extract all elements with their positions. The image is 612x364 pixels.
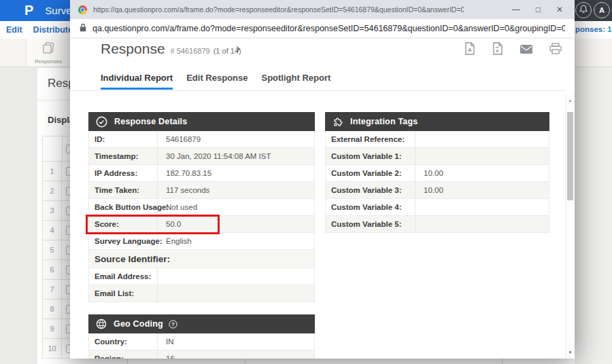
row-label: Custom Variable 1:: [326, 148, 415, 164]
response-editor-window: https://qa.questionpro.com/a/frame.do?mo…: [70, 0, 575, 359]
row-label: IP Address:: [89, 165, 158, 181]
source-identifier-header: Source Identifier:: [88, 250, 315, 268]
row-value: 16: [158, 350, 314, 359]
response-title: Response: [101, 41, 165, 57]
row-number: 4: [43, 221, 62, 240]
table-row: Time Taken: 117 seconds: [88, 182, 315, 199]
tab[interactable]: Spotlight Report: [261, 73, 330, 90]
row-value: 10.00: [415, 165, 549, 181]
scroll-up-arrow[interactable]: ▴: [566, 98, 575, 103]
panel-title: Integration Tags: [350, 117, 418, 126]
scrollbar-thumb[interactable]: [567, 112, 573, 200]
geo-coding-table: Country: IN Region: 16: [88, 333, 315, 359]
row-value: IN: [158, 333, 314, 350]
close-button[interactable]: ✕: [556, 5, 563, 14]
modal-scrollbar[interactable]: ▴ ▾: [565, 94, 575, 359]
row-value: 10.00: [415, 182, 549, 198]
table-row: Timestamp: 30 Jan, 2020 11:54:08 AM IST: [88, 148, 315, 165]
row-label: Custom Variable 4:: [326, 199, 415, 215]
app-sidebar: [0, 68, 37, 364]
row-label: Back Button Usage:: [89, 199, 158, 215]
table-row: Country: IN: [88, 333, 315, 350]
scroll-down-arrow[interactable]: ▾: [566, 350, 575, 355]
lock-icon: [80, 22, 86, 35]
row-value: [415, 216, 549, 232]
email-icon[interactable]: [520, 44, 532, 56]
divider: [127, 359, 128, 364]
row-label: Custom Variable 2:: [326, 165, 415, 181]
row-label: ID:: [89, 131, 158, 147]
table-row: Custom Variable 4:: [325, 199, 549, 216]
row-label: Custom Variable 5:: [326, 216, 415, 232]
questionpro-logo: P: [24, 3, 33, 18]
row-value: English: [158, 233, 314, 249]
table-row: Region: 16: [88, 350, 315, 359]
row-value: [158, 285, 314, 302]
window-title-url: https://qa.questionpro.com/a/frame.do?mo…: [93, 5, 464, 14]
row-number: 2: [43, 181, 62, 200]
address-url: qa.questionpro.com/a/frame.do?mode=respo…: [92, 24, 565, 33]
row-number: 7: [43, 280, 62, 299]
notifications-button[interactable]: [575, 2, 592, 18]
row-value: 117 seconds: [158, 182, 314, 198]
table-row: Custom Variable 5:: [325, 216, 549, 233]
app-menu-items: EditDistribute: [6, 21, 73, 39]
geo-coding-panel: Geo Coding ? Country: IN Region: 16: [88, 314, 315, 359]
pdf-export-icon[interactable]: A: [464, 42, 475, 58]
tab[interactable]: Edit Response: [186, 73, 248, 90]
row-value: 182.70.83.15: [158, 165, 314, 181]
table-row: Email Address:: [88, 268, 315, 285]
avatar[interactable]: A: [594, 2, 610, 18]
row-number: 3: [43, 201, 62, 220]
svg-text:A: A: [468, 47, 472, 53]
maximize-button[interactable]: □: [536, 5, 541, 14]
geo-coding-header: Geo Coding ?: [88, 314, 315, 333]
export-actions: A x: [464, 42, 562, 58]
responses-pages-icon: [40, 41, 56, 58]
window-titlebar[interactable]: https://qa.questionpro.com/a/frame.do?mo…: [70, 0, 575, 19]
svg-text:?: ?: [171, 321, 175, 327]
row-value: 30 Jan, 2020 11:54:08 AM IST: [158, 148, 314, 164]
integration-tags-table: External Reference: Custom Variable 1: C…: [325, 131, 549, 233]
excel-export-icon[interactable]: x: [492, 42, 503, 58]
divider: [62, 136, 63, 161]
responses-count-value: 14: [607, 25, 612, 33]
menu-item[interactable]: Distribute: [33, 25, 73, 35]
minimize-button[interactable]: —: [512, 5, 520, 14]
chrome-icon: [78, 5, 87, 14]
row-number: 10: [43, 339, 62, 358]
responses-count-label: ponses:: [575, 25, 605, 33]
table-row: IP Address: 182.70.83.15: [88, 165, 315, 182]
response-id: # 54616879: [171, 47, 210, 55]
globe-icon: [96, 318, 107, 329]
integration-tags-header: Integration Tags: [325, 112, 549, 131]
source-identifier-table: Email Address: Email List:: [88, 268, 315, 302]
window-controls: — □ ✕: [512, 5, 566, 14]
table-row: ID: 54616879: [88, 131, 315, 148]
bell-icon: [579, 4, 588, 16]
print-icon[interactable]: [549, 43, 562, 57]
address-bar[interactable]: qa.questionpro.com/a/frame.do?mode=respo…: [70, 19, 575, 38]
integration-tags-panel: Integration Tags External Reference: Cus…: [325, 112, 549, 233]
toolbar-item-responses[interactable]: Responses: [26, 39, 71, 67]
toolbar-item-label: Responses: [35, 58, 62, 65]
menu-item[interactable]: Edit: [6, 25, 22, 35]
row-number: 5: [43, 240, 62, 259]
divider: [245, 359, 245, 364]
panel-title: Geo Coding: [114, 319, 163, 329]
row-value: [415, 148, 549, 164]
response-header: Response # 54616879 (1 of 14): [101, 41, 241, 57]
tab[interactable]: Individual Report: [101, 73, 173, 90]
response-details-table: ID: 54616879 Timestamp: 30 Jan, 2020 11:…: [88, 131, 315, 250]
table-row: Back Button Usage: Not used: [88, 199, 315, 216]
report-tabs: Individual ReportEdit ResponseSpotlight …: [70, 71, 565, 91]
row-value: [415, 199, 549, 215]
next-response-button[interactable]: ›: [236, 41, 240, 56]
response-details-header: Response Details: [88, 112, 315, 131]
row-value: 54616879: [158, 131, 314, 147]
svg-text:x: x: [496, 48, 499, 54]
table-row: Survey Language: English: [88, 233, 315, 250]
row-number: 1: [43, 162, 62, 181]
row-label: Score:: [89, 216, 158, 232]
help-icon[interactable]: ?: [169, 320, 177, 329]
